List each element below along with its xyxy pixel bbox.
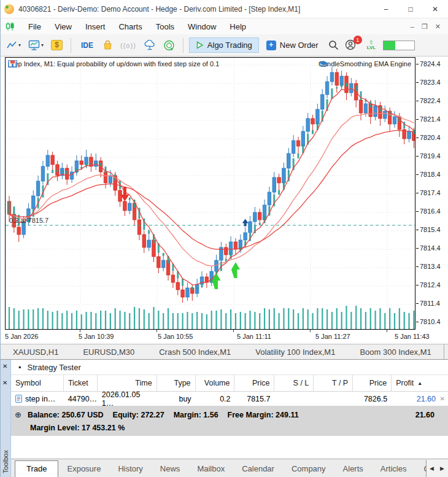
chevron-down-icon: ▾ — [41, 42, 44, 48]
close-button[interactable]: ✕ — [431, 5, 439, 14]
scroll-left-icon[interactable]: ◀ — [427, 465, 437, 471]
column-header-time[interactable]: Time — [98, 375, 157, 391]
menu-item-charts[interactable]: Charts — [112, 21, 149, 33]
toolbox-tab-news[interactable]: News — [152, 461, 189, 477]
column-header-volume[interactable]: Volume — [196, 375, 235, 391]
column-header-type[interactable]: Type — [157, 375, 196, 391]
progress-fill — [384, 41, 395, 50]
toolbox-tab-mailbox[interactable]: Mailbox — [188, 461, 233, 477]
volume-bar — [23, 309, 24, 329]
chart-tab-eurusd-m30[interactable]: EURUSD,M30 — [71, 346, 147, 359]
toolbox-tab-trade[interactable]: Trade — [15, 460, 58, 477]
price-chart[interactable]: 0.2 at 7815.7 — [6, 58, 415, 329]
volume-bar — [187, 312, 188, 329]
candle-body — [321, 95, 325, 109]
ide-button[interactable]: IDE — [77, 39, 98, 52]
volume-bar — [336, 308, 338, 329]
time-tick-label: 5 Jan 10:55 — [158, 333, 193, 340]
price-axis[interactable]: 7824.47823.47822.47821.47820.47819.47818… — [416, 57, 448, 330]
column-header-price[interactable]: Price — [234, 375, 274, 391]
column-header-price[interactable]: Price — [353, 375, 392, 391]
volume-bar — [153, 307, 154, 329]
close-trade-panel-icon[interactable]: ✕ — [2, 379, 7, 386]
volume-bar — [384, 313, 385, 329]
chart-minimize-button[interactable]: – — [411, 23, 414, 31]
volume-bar — [399, 308, 400, 329]
volume-bar — [115, 308, 116, 329]
candle-body — [287, 153, 291, 168]
toolbox-tab-alerts[interactable]: Alerts — [334, 461, 372, 477]
deposit-button[interactable]: $ — [48, 38, 65, 52]
chart-type-button[interactable]: ▾ — [4, 39, 23, 52]
strategy-tester-row[interactable]: • Strategy Tester — [11, 360, 448, 375]
toolbox-tab-history[interactable]: History — [109, 461, 151, 477]
close-position-icon[interactable]: ✕ — [440, 395, 445, 402]
time-tick-label: 5 Jan 11:11 — [237, 333, 271, 340]
balance-segment: Margin: 1.56 — [174, 411, 218, 419]
chart-tab-boom-300-index-m1[interactable]: Boom 300 Index,M1 — [347, 346, 443, 359]
depth-of-market-icon[interactable] — [8, 60, 17, 68]
smoothed-candle — [182, 279, 183, 286]
profile-button[interactable]: 1 — [344, 38, 360, 53]
smoothed-candle — [191, 287, 193, 289]
toolbox-tab-company[interactable]: Company — [283, 461, 334, 477]
toolbox-tab-exposure[interactable]: Exposure — [58, 461, 109, 477]
column-header-symbol[interactable]: Symbol — [11, 375, 64, 391]
market-button[interactable] — [100, 38, 115, 52]
level-indicator[interactable]: ⇧ LVL — [367, 40, 376, 50]
graduation-cap-icon[interactable] — [319, 60, 328, 68]
indicators-button[interactable]: ▾ — [26, 38, 46, 52]
price-tick-label: 7812.4 — [416, 281, 441, 289]
expand-icon[interactable]: ⊕ — [15, 410, 21, 419]
column-header-ticket[interactable]: Ticket — [64, 375, 98, 391]
maximize-button[interactable]: □ — [406, 5, 415, 14]
mt5-logo-icon — [4, 4, 14, 14]
scroll-left-icon[interactable]: ◀ — [444, 349, 448, 355]
community-button[interactable] — [161, 38, 177, 53]
signals-button[interactable]: ((o)) — [118, 40, 139, 51]
chart-close-button[interactable]: ✕ — [435, 23, 441, 31]
menu-item-help[interactable]: Help — [223, 21, 253, 33]
trade-table-header[interactable]: SymbolTicketTimeTypeVolumePriceS / LT / … — [11, 375, 448, 392]
close-strategy-tester-icon[interactable]: ✕ — [2, 363, 7, 370]
column-header-tp[interactable]: T / P — [314, 375, 353, 391]
menu-item-insert[interactable]: Insert — [79, 21, 112, 33]
volume-bar — [215, 311, 217, 329]
menu-item-file[interactable]: File — [21, 21, 48, 33]
column-header-profit[interactable]: Profit ▲ — [392, 375, 448, 391]
price-tick-label: 7818.4 — [416, 171, 441, 178]
up-arrow-icon: ⇧ — [369, 40, 374, 45]
volume-bar — [33, 309, 34, 329]
column-header-sl[interactable]: S / L — [274, 375, 314, 391]
candle-body — [109, 176, 112, 183]
cloud-button[interactable] — [141, 38, 158, 52]
chart-tab-volatility-100-index-m1[interactable]: Volatility 100 Index,M1 — [243, 346, 347, 359]
minimize-button[interactable]: – — [382, 5, 390, 14]
menu-item-tools[interactable]: Tools — [149, 21, 181, 33]
scroll-right-icon[interactable]: ▶ — [437, 465, 447, 471]
time-axis[interactable]: 5 Jan 20265 Jan 10:395 Jan 10:555 Jan 11… — [5, 330, 448, 344]
cell-volume: 0.2 — [196, 392, 235, 406]
volume-bar — [331, 312, 333, 329]
signals-icon: ((o)) — [120, 42, 136, 49]
volume-bar — [129, 313, 130, 329]
algo-trading-button[interactable]: Algo Trading — [189, 37, 259, 53]
candle-body — [225, 247, 228, 255]
bullet-icon: • — [18, 363, 21, 372]
candle-body — [32, 196, 36, 209]
toolbox-tab-articles[interactable]: Articles — [372, 461, 415, 477]
trade-table-row[interactable]: step in…44790…2026.01.05 1…buy0.27815.77… — [11, 392, 448, 406]
menu-item-view[interactable]: View — [48, 21, 79, 33]
search-button[interactable] — [326, 38, 341, 52]
menu-item-window[interactable]: Window — [181, 21, 223, 33]
candle-body — [335, 72, 339, 85]
new-order-button[interactable]: + New Order — [261, 38, 323, 53]
chart-maximize-button[interactable]: ❐ — [422, 23, 428, 31]
toolbox-tab-calendar[interactable]: Calendar — [233, 461, 283, 477]
chart-plot[interactable]: Step Index, M1: Equal probability of up/… — [5, 57, 415, 330]
candle-body — [161, 260, 165, 268]
chart-tab-xauusd-h1[interactable]: XAUUSD,H1 — [1, 346, 71, 359]
candle-body — [90, 157, 93, 166]
chart-tab-crash-500-index-m1[interactable]: Crash 500 Index,M1 — [147, 346, 243, 359]
tick-mark — [416, 82, 419, 83]
